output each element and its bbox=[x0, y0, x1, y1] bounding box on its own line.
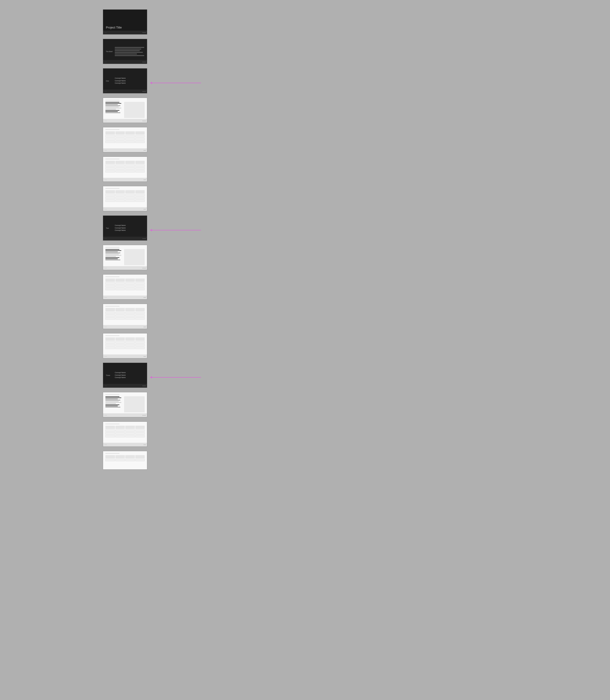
text-line bbox=[106, 111, 118, 112]
slide-light-14[interactable]: —— bbox=[103, 392, 147, 417]
grid-cell bbox=[125, 141, 135, 143]
slide-brief[interactable]: The Brief —— bbox=[103, 39, 147, 64]
concept-number-three: Three bbox=[106, 375, 110, 376]
slide-wrapper-7: —— bbox=[103, 186, 149, 215]
bottom-bar-text-2: —— bbox=[105, 61, 107, 63]
slide-concept-three[interactable]: Three Concept Name Concept Name Concept … bbox=[103, 363, 147, 388]
text-line bbox=[106, 105, 121, 106]
grid-row-6b bbox=[106, 167, 145, 169]
dot bbox=[144, 444, 144, 445]
slide-header-bar-11 bbox=[106, 306, 119, 307]
concept-name-line: Concept Name bbox=[115, 227, 126, 229]
slide-light-9[interactable]: —— bbox=[103, 245, 147, 270]
grid-cell bbox=[115, 288, 125, 290]
dot bbox=[145, 91, 146, 92]
grid-cell bbox=[106, 312, 115, 314]
dot bbox=[145, 356, 146, 357]
grid-cell bbox=[115, 164, 125, 167]
bottom-bar-dots-1 bbox=[143, 32, 146, 33]
slide-grid-10[interactable]: —— bbox=[103, 274, 147, 299]
grid-cell bbox=[135, 317, 145, 320]
grid-cell bbox=[106, 347, 115, 349]
grid-cell bbox=[106, 135, 115, 137]
grid-header-16 bbox=[106, 455, 145, 458]
slide-grid-12[interactable]: —— bbox=[103, 333, 147, 358]
slide-2-bottom-bar: —— bbox=[103, 60, 147, 64]
grid-cell bbox=[115, 314, 125, 317]
grid-header-cell bbox=[106, 161, 115, 164]
bottom-bar-text-1: —— bbox=[105, 32, 107, 33]
slide-wrapper-8: Two Concept Name Concept Name Concept Na… bbox=[103, 215, 149, 245]
grid-cell bbox=[106, 170, 115, 173]
text-line bbox=[106, 249, 119, 250]
grid-header-12 bbox=[106, 337, 145, 341]
slide-4-bottom-bar: —— bbox=[103, 119, 147, 123]
dot bbox=[145, 268, 146, 268]
image-placeholder-14 bbox=[124, 396, 145, 412]
dot bbox=[144, 356, 144, 357]
grid-header-cell bbox=[115, 131, 125, 134]
slide-concept-one[interactable]: One Concept Name Concept Name Concept Na… bbox=[103, 68, 147, 94]
concept-name-line: Concept Name bbox=[115, 372, 126, 374]
bottom-bar-text-15: —— bbox=[105, 444, 107, 445]
slide-light-4[interactable]: —— bbox=[103, 98, 147, 123]
slide-grid-6[interactable]: —— bbox=[103, 157, 147, 182]
grid-cell bbox=[115, 167, 125, 169]
grid-cell bbox=[106, 285, 115, 287]
grid-header-cell bbox=[106, 337, 115, 341]
grid-header-cell bbox=[115, 190, 125, 193]
grid-cell bbox=[106, 167, 115, 169]
bottom-bar-dots-3 bbox=[143, 91, 146, 92]
grid-cell bbox=[115, 199, 125, 202]
grid-header-cell bbox=[125, 161, 135, 164]
grid-cell bbox=[135, 164, 145, 167]
concept-name-line: Concept Name bbox=[115, 224, 126, 227]
grid-header-cell bbox=[115, 426, 125, 429]
grid-cell bbox=[125, 435, 135, 437]
grid-cell bbox=[125, 170, 135, 173]
arrow-head-two bbox=[150, 229, 152, 231]
grid-row-5b bbox=[106, 138, 145, 140]
dot bbox=[143, 32, 143, 33]
dot bbox=[145, 32, 146, 33]
slide-10-bottom-bar: —— bbox=[103, 296, 147, 299]
slide-project-title[interactable]: Project Title —— bbox=[103, 9, 147, 35]
grid-cell bbox=[125, 138, 135, 140]
grid-cell bbox=[125, 459, 135, 461]
grid-header-cell bbox=[125, 337, 135, 341]
image-placeholder-9 bbox=[124, 249, 145, 265]
grid-cell bbox=[135, 285, 145, 287]
grid-row-5 bbox=[106, 135, 145, 137]
slide-grid-11[interactable]: —— bbox=[103, 304, 147, 329]
grid-header-cell bbox=[135, 455, 145, 458]
text-block-4 bbox=[106, 102, 123, 118]
grid-cell bbox=[115, 138, 125, 140]
concept-number-one: One bbox=[106, 80, 109, 82]
grid-header-cell bbox=[115, 337, 125, 341]
concept-name-line: Concept Name bbox=[115, 80, 126, 82]
text-line bbox=[106, 260, 121, 260]
grid-cell bbox=[135, 199, 145, 202]
slide-wrapper-4: —— bbox=[103, 98, 149, 127]
bottom-bar-text-8: —— bbox=[105, 238, 107, 239]
arrow-three bbox=[150, 376, 201, 378]
grid-cell bbox=[135, 141, 145, 143]
slide-concept-two[interactable]: Two Concept Name Concept Name Concept Na… bbox=[103, 215, 147, 241]
grid-cell bbox=[125, 199, 135, 202]
grid-cell bbox=[106, 344, 115, 346]
slide-grid-7[interactable]: —— bbox=[103, 186, 147, 211]
slide-grid-15[interactable]: —— bbox=[103, 422, 147, 447]
text-line bbox=[106, 102, 119, 102]
text-line bbox=[106, 403, 116, 404]
arrow-line-three bbox=[152, 377, 201, 378]
slide-grid-16[interactable] bbox=[103, 451, 147, 470]
slide-wrapper-6: —— bbox=[103, 157, 149, 186]
dot bbox=[145, 327, 146, 327]
grid-header-cell bbox=[115, 455, 125, 458]
bottom-bar-dots-4 bbox=[143, 120, 146, 121]
slide-15-bottom-bar: —— bbox=[103, 443, 147, 446]
grid-row-16 bbox=[106, 459, 145, 461]
slide-grid-5[interactable]: —— bbox=[103, 127, 147, 152]
text-line bbox=[106, 255, 121, 256]
grid-cell bbox=[135, 170, 145, 173]
